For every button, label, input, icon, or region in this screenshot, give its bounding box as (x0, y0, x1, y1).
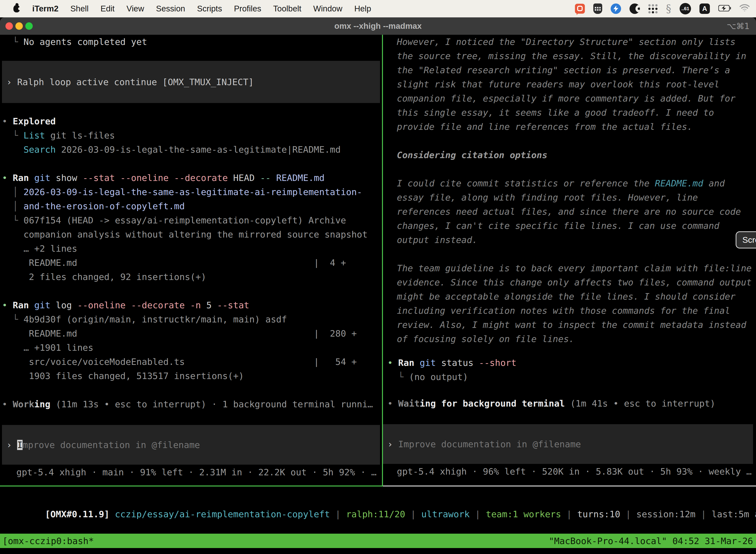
commit-line: └ 4b9d30f (origin/main, instructkr/main,… (2, 312, 382, 326)
shield-grid-icon[interactable] (593, 3, 602, 14)
more-lines-line: … +1901 lines (2, 340, 382, 355)
terminal-content: └ No agents completed yet › Ralph loop a… (0, 35, 756, 486)
active-pane-border (0, 486, 383, 487)
thinking-text: including verification notes with those … (383, 303, 755, 318)
menu-item-window[interactable]: Window (313, 4, 342, 13)
files-changed-line: 1903 files changed, 513517 insertions(+) (2, 369, 382, 383)
model-status-line: gpt-5.4 xhigh · 96% left · 520K in · 5.8… (383, 464, 755, 479)
list-line: └ List git ls-files (2, 128, 382, 143)
thinking-text: companion file, especially if more comme… (383, 91, 755, 106)
menu-item-help[interactable]: Help (354, 4, 371, 13)
tmux-status-bar: [omx-cczip0:bash* "MacBook-Pro-44.local"… (0, 534, 756, 548)
commit-wrap-line: companion analysis without altering the … (2, 227, 382, 241)
menu-item-iterm2[interactable]: iTerm2 (32, 4, 59, 13)
no-output-line: └ (no output) (383, 370, 755, 384)
thinking-text: slight risk that future readers may over… (383, 77, 755, 91)
menubar-status-icons: § ..61 A (575, 3, 750, 14)
more-lines-line: … +2 lines (2, 241, 382, 256)
menu-item-toolbelt[interactable]: Toolbelt (273, 4, 301, 13)
prompt-input[interactable]: › Improve documentation in @filename (383, 424, 753, 464)
ralph-counter: ralph:11/20 (346, 509, 405, 519)
menu-item-profiles[interactable]: Profiles (234, 4, 261, 13)
last-activity: last:5m ago (712, 509, 756, 519)
thinking-text: provide file and line references from th… (383, 120, 755, 134)
turns-counter: turns:10 (577, 509, 620, 519)
files-changed-line: 2 files changed, 92 insertions(+) (2, 270, 382, 284)
explored-line: • Explored (2, 114, 382, 128)
input-source-icon[interactable]: A (699, 3, 710, 14)
model-status-line: gpt-5.4 xhigh · main · 91% left · 2.31M … (2, 465, 382, 479)
diffstat-line: src/voice/voiceModeEnabled.ts | 54 + (2, 355, 382, 369)
git-show-command: • Ran git show --stat --oneline --decora… (2, 171, 382, 185)
team-workers: team:1 workers (486, 509, 561, 519)
agents-line: └ No agents completed yet (2, 35, 382, 49)
session-duration: session:12m (636, 509, 695, 519)
thinking-text: evidence. Since this change only affects… (383, 275, 755, 289)
search-line: Search 2026-03-09-is-legal-the-same-as-l… (2, 143, 382, 157)
inactive-pane-border (383, 486, 756, 487)
git-status-command: • Ran git status --short (383, 356, 755, 370)
pac-circle-icon[interactable] (630, 3, 640, 14)
thinking-text: changes, I can't cite specific file line… (383, 219, 755, 233)
working-status-line: • Working (11m 13s • esc to interrupt) ·… (2, 397, 382, 411)
thinking-text: However, I noticed the "Directory Struct… (383, 35, 755, 49)
thinking-text: review. Also, I might want to inspect th… (383, 318, 755, 332)
thinking-text: The team guideline is to back every impo… (383, 261, 755, 275)
apple-menu-icon[interactable] (13, 5, 20, 12)
thinking-text: this single essay, it seems like a good … (383, 106, 755, 120)
lightning-badge-icon[interactable] (611, 3, 621, 14)
diffstat-line: README.md | 280 + (2, 326, 382, 340)
window-shortcut: ⌥⌘1 (727, 21, 750, 31)
dots-grid-icon[interactable] (648, 4, 657, 13)
menu-bar: iTerm2 Shell Edit View Session Scripts P… (0, 0, 756, 17)
thinking-text: I could cite commit statistics or refere… (383, 176, 755, 190)
menu-item-edit[interactable]: Edit (101, 4, 115, 13)
thinking-text: output instead. (383, 233, 755, 247)
wifi-icon[interactable] (740, 4, 750, 13)
thinking-text: references need actual files, and since … (383, 205, 755, 219)
battery-icon[interactable] (718, 4, 731, 13)
waiting-status-line: • Waiting for background terminal (1m 41… (383, 396, 755, 410)
inject-status-box: › Ralph loop active continue [OMX_TMUX_I… (2, 61, 380, 103)
thinking-text: might be acceptable alongside the file l… (383, 289, 755, 303)
omx-version: [OMX#0.11.9] (45, 509, 109, 519)
squiggle-icon[interactable]: § (666, 3, 671, 14)
chat-bubble-icon[interactable] (575, 4, 585, 14)
thinking-text: of focusing solely on file lines. (383, 332, 755, 346)
tmux-host-clock: "MacBook-Pro-44.local" 04:52 31-Mar-26 (549, 536, 753, 546)
menu-item-scripts[interactable]: Scripts (197, 4, 222, 13)
thinking-text: essay file, along with finding root file… (383, 190, 755, 205)
text-cursor: I (17, 440, 22, 450)
diffstat-line: README.md | 4 + (2, 256, 382, 270)
tmux-session-name[interactable]: [omx-cczip0:bash* (2, 536, 94, 546)
omx-branch-path: cczip/essay/ai-reimplementation-copyleft (109, 509, 330, 519)
title-bar: omx --xhigh --madmax ⌥⌘1 (0, 17, 756, 35)
prompt-input[interactable]: › Improve documentation in @filename (2, 425, 380, 465)
right-pane[interactable]: However, I noticed the "Directory Struct… (383, 35, 755, 486)
badge-61-icon[interactable]: ..61 (680, 3, 691, 14)
thinking-heading: Considering citation options (383, 148, 755, 162)
thinking-text: the source tree, missing the essay. Stil… (383, 49, 755, 63)
menu-item-view[interactable]: View (126, 4, 144, 13)
thinking-text: the "Related research writing" section i… (383, 63, 755, 77)
terminal-window: omx --xhigh --madmax ⌥⌘1 └ No agents com… (0, 17, 756, 554)
menu-item-session[interactable]: Session (156, 4, 185, 13)
mode-label: ultrawork (422, 509, 470, 519)
readme-link[interactable]: README.md (655, 178, 703, 188)
screen-tooltip: Scre (736, 231, 756, 248)
omx-status-bar: [OMX#0.11.9] cczip/essay/ai-reimplementa… (0, 487, 756, 534)
show-file-line: │ and-the-erosion-of-copyleft.md (2, 199, 382, 213)
screen: iTerm2 Shell Edit View Session Scripts P… (0, 0, 756, 554)
menu-item-shell[interactable]: Shell (70, 4, 88, 13)
left-pane[interactable]: └ No agents completed yet › Ralph loop a… (0, 35, 382, 486)
commit-line: └ 067f154 (HEAD -> essay/ai-reimplementa… (2, 213, 382, 227)
pane-bottom-border (0, 486, 756, 487)
window-title: omx --xhigh --madmax (0, 21, 756, 31)
git-log-command: • Ran git log --oneline --decorate -n 5 … (2, 298, 382, 312)
show-file-line: │ 2026-03-09-is-legal-the-same-as-legiti… (2, 185, 382, 199)
